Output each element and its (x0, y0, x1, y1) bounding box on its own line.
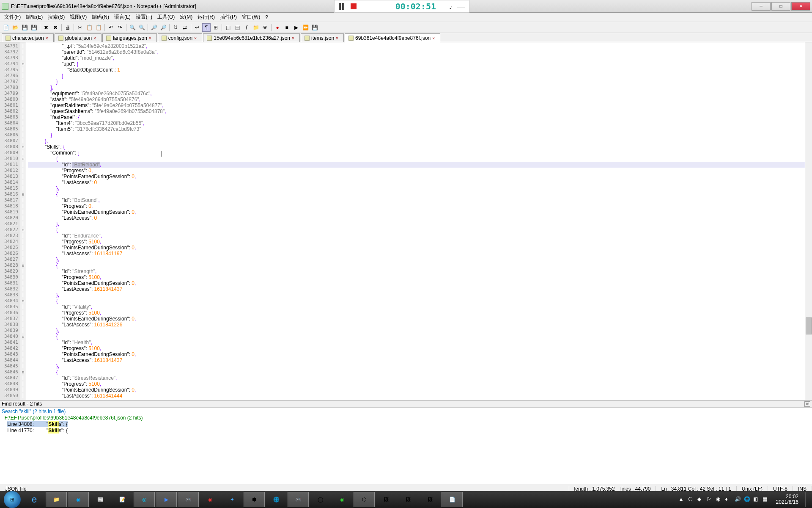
menu-item[interactable]: 语言(L) (112, 14, 133, 21)
undo-icon[interactable]: ↶ (107, 23, 115, 32)
tab-close-icon[interactable]: × (46, 36, 50, 40)
tab-close-icon[interactable]: × (336, 36, 340, 40)
file-tab[interactable]: globals.json× (55, 33, 102, 42)
tray-network-icon[interactable]: 🌐 (744, 496, 751, 503)
menu-item[interactable]: ? (263, 14, 271, 20)
new-file-icon[interactable]: 📄 (2, 23, 10, 32)
file-tab[interactable]: 15e094eb6c681e1fcb236a27.json× (203, 33, 300, 42)
open-file-icon[interactable]: 📂 (11, 23, 19, 32)
find-results-body[interactable]: Search "skill" (2 hits in 1 file) F:\EFT… (0, 408, 812, 484)
taskbar-app2-icon[interactable]: 📰 (90, 492, 111, 507)
save-macro-icon[interactable]: 💾 (310, 23, 319, 32)
taskbar-app10-icon[interactable]: 🎮 (288, 492, 309, 507)
taskbar-notepadpp-icon[interactable]: 📄 (442, 492, 463, 507)
fold-gutter[interactable]: │ │ │ ⊟ │ │ │ │ │ │ │ │ │ │ │ │ │ ⊟ │ ⊟ … (20, 42, 26, 400)
tray-icons[interactable]: ▲ ⬡ ◆ 🏳 ◉ ♦ 🔊 🌐 ◧ ▦ (679, 496, 769, 503)
menu-item[interactable]: 编辑(E) (23, 14, 45, 21)
menu-item[interactable]: 文件(F) (2, 14, 23, 21)
taskbar-app3-icon[interactable]: 📝 (112, 492, 133, 507)
tab-close-icon[interactable]: × (93, 36, 98, 40)
print-icon[interactable]: 🖨 (63, 23, 72, 32)
taskbar-app12-icon[interactable]: ◉ (332, 492, 353, 507)
record-icon[interactable]: ● (273, 23, 282, 32)
close-button[interactable]: ✕ (791, 2, 810, 11)
sync-v-icon[interactable]: ⇅ (171, 23, 180, 32)
tray-up-icon[interactable]: ▲ (679, 496, 686, 503)
tray-volume-icon[interactable]: 🔊 (735, 496, 741, 503)
find-path-line[interactable]: F:\EFT\user\profiles\69b361e48e4a8c4f9eb… (5, 415, 143, 421)
tab-close-icon[interactable]: × (149, 36, 153, 40)
show-all-chars-icon[interactable]: ¶ (202, 23, 211, 32)
taskbar-app7-icon[interactable]: ◉ (200, 492, 221, 507)
doc-map-icon[interactable]: ▤ (233, 23, 241, 32)
taskbar-app5-icon[interactable]: ▶ (156, 492, 177, 507)
zoom-in-icon[interactable]: 🔎 (150, 23, 158, 32)
lang-icon[interactable]: ⬚ (224, 23, 232, 32)
menu-item[interactable]: 工具(O) (155, 14, 177, 21)
cut-icon[interactable]: ✂ (76, 23, 84, 32)
tray-icon-3[interactable]: 🏳 (707, 496, 713, 503)
show-desktop-button[interactable] (805, 492, 809, 507)
menu-item[interactable]: 插件(P) (217, 14, 239, 21)
taskbar-explorer-icon[interactable]: 📁 (46, 492, 67, 507)
menu-item[interactable]: 宏(M) (177, 14, 195, 21)
taskbar-app8-icon[interactable]: ✦ (222, 492, 243, 507)
file-tab[interactable]: 69b361e48e4a8c4f9ebe876f.json× (345, 33, 440, 42)
tab-close-icon[interactable]: × (292, 36, 296, 40)
minimize-button[interactable]: ─ (752, 2, 771, 11)
tray-icon-1[interactable]: ⬡ (688, 496, 695, 503)
menu-item[interactable]: 编码(N) (89, 14, 112, 21)
sync-h-icon[interactable]: ⇄ (181, 23, 189, 32)
file-tab[interactable]: config.json× (158, 33, 202, 42)
redo-icon[interactable]: ↷ (116, 23, 124, 32)
pause-icon[interactable] (339, 3, 346, 10)
zoom-out-icon[interactable]: 🔎 (159, 23, 167, 32)
tray-icon-4[interactable]: ◉ (716, 496, 723, 503)
maximize-button[interactable]: □ (771, 2, 790, 11)
paste-icon[interactable]: 📋 (94, 23, 103, 32)
tray-icon-2[interactable]: ◆ (697, 496, 704, 503)
tab-close-icon[interactable]: × (194, 36, 198, 40)
tab-close-icon[interactable]: × (432, 36, 436, 40)
menu-item[interactable]: 窗口(W) (239, 14, 263, 21)
taskbar-app1-icon[interactable]: ◉ (68, 492, 89, 507)
menu-item[interactable]: 视图(V) (67, 14, 89, 21)
code-area[interactable]: "_tpl": "5a34fe59c4a282000b1521a2", "par… (26, 42, 805, 400)
taskbar-ie-icon[interactable]: e (24, 492, 45, 507)
close-all-icon[interactable]: ✖ (51, 23, 60, 32)
func-list-icon[interactable]: ƒ (242, 23, 251, 32)
close-icon[interactable]: ✖ (42, 23, 50, 32)
tray-icon-8[interactable]: ◧ (753, 496, 760, 503)
menu-item[interactable]: 设置(T) (133, 14, 155, 21)
taskbar-app4-icon[interactable]: ◎ (134, 492, 155, 507)
tray-icon-5[interactable]: ♦ (725, 496, 732, 503)
taskbar-clock[interactable]: 20:02 2021/8/16 (773, 494, 802, 505)
save-icon[interactable]: 💾 (20, 23, 29, 32)
find-close-icon[interactable]: ✕ (804, 401, 810, 407)
file-tab[interactable]: languages.json× (102, 33, 157, 42)
monitor-icon[interactable]: 👁 (261, 23, 269, 32)
menu-item[interactable]: 搜索(S) (45, 14, 67, 21)
tray-icon-9[interactable]: ▦ (763, 496, 769, 503)
taskbar-app15-icon[interactable]: 🖼 (398, 492, 419, 507)
find-result-line[interactable]: Line 34808: "Skills": { (2, 421, 810, 428)
file-tab[interactable]: items.json× (301, 33, 344, 42)
play-multi-icon[interactable]: ⏩ (301, 23, 310, 32)
menu-item[interactable]: 运行(R) (195, 14, 217, 21)
play-icon[interactable]: ▶ (292, 23, 300, 32)
indent-guide-icon[interactable]: ⊞ (211, 23, 220, 32)
replace-icon[interactable]: 🔍 (137, 23, 146, 32)
taskbar-app16-icon[interactable]: 🖼 (420, 492, 441, 507)
file-tab[interactable]: character.json× (2, 33, 54, 42)
vertical-scrollbar[interactable] (805, 42, 812, 400)
find-result-line[interactable]: Line 41770: "Skills": { (2, 428, 810, 434)
taskbar-chrome-icon[interactable]: 🌐 (266, 492, 287, 507)
taskbar-app6-icon[interactable]: 🎮 (178, 492, 199, 507)
save-all-icon[interactable]: 💾 (30, 23, 38, 32)
copy-icon[interactable]: 📋 (85, 23, 93, 32)
overlay-minimize[interactable]: — (457, 2, 465, 11)
stop-icon[interactable] (351, 3, 357, 9)
find-icon[interactable]: 🔍 (128, 23, 137, 32)
taskbar-app9-icon[interactable]: ⬢ (244, 492, 265, 507)
taskbar-app11-icon[interactable]: ◯ (310, 492, 331, 507)
